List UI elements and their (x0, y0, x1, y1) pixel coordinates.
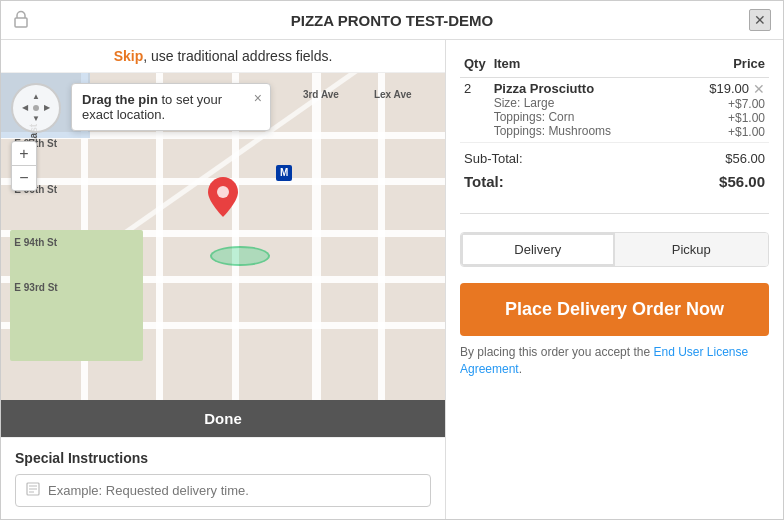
eula-text-before: By placing this order you accept the (460, 345, 653, 359)
main-content: Skip, use traditional address fields. (1, 40, 783, 519)
map-pin[interactable] (208, 177, 238, 220)
table-row: 2 Pizza Prosciutto Size: Large Toppings:… (460, 78, 769, 143)
delivery-toggle: Delivery Pickup (460, 232, 769, 267)
place-order-button[interactable]: Place Delivery Order Now (460, 283, 769, 336)
order-separator (460, 213, 769, 214)
svg-point-1 (217, 186, 229, 198)
total-label: Total: (460, 169, 675, 193)
svg-rect-0 (15, 18, 27, 27)
window-title: PIZZA PRONTO TEST-DEMO (43, 12, 741, 29)
item-detail-toppings2: Toppings: Mushrooms (494, 124, 671, 138)
item-topping1-price: +$1.00 (679, 111, 765, 125)
item-detail-size: Size: Large (494, 96, 671, 110)
done-button[interactable]: Done (1, 400, 445, 437)
title-bar: PIZZA PRONTO TEST-DEMO ✕ (1, 1, 783, 40)
special-input-wrap[interactable] (15, 474, 431, 507)
eula-section: By placing this order you accept the End… (460, 344, 769, 378)
skip-link[interactable]: Skip (114, 48, 144, 64)
zoom-in-button[interactable]: + (12, 142, 36, 166)
total-row: Total: $56.00 (460, 169, 769, 193)
item-detail-toppings1: Toppings: Corn (494, 110, 671, 124)
skip-text: , use traditional address fields. (143, 48, 332, 64)
tooltip-bold-text: Drag the pin (82, 92, 158, 107)
title-bar-left (13, 10, 43, 31)
special-instructions-section: Special Instructions (1, 437, 445, 519)
map-container[interactable]: E 97th St E 96th St E 94th St E 93rd St … (1, 73, 445, 400)
map-nav-control[interactable]: ▲ ◀▶ ▼ (11, 83, 61, 133)
map-tooltip: Drag the pin to set your exact location.… (71, 83, 271, 131)
eula-text-after: . (519, 362, 522, 376)
item-topping2-price: +$1.00 (679, 125, 765, 139)
lock-icon (13, 10, 29, 31)
remove-item-button[interactable]: ✕ (749, 81, 765, 97)
special-instructions-heading: Special Instructions (15, 450, 431, 466)
item-size-price: +$7.00 (679, 97, 765, 111)
item-price-col: $19.00 ✕ +$7.00 +$1.00 +$1.00 (675, 78, 769, 143)
tooltip-close-button[interactable]: × (254, 90, 262, 106)
app-window: PIZZA PRONTO TEST-DEMO ✕ Skip, use tradi… (0, 0, 784, 520)
subtotal-label: Sub-Total: (460, 143, 675, 170)
item-info: Pizza Prosciutto Size: Large Toppings: C… (490, 78, 675, 143)
delivery-toggle-button[interactable]: Delivery (461, 233, 615, 266)
item-qty: 2 (460, 78, 490, 143)
skip-bar: Skip, use traditional address fields. (1, 40, 445, 73)
subtotal-row: Sub-Total: $56.00 (460, 143, 769, 170)
total-value: $56.00 (675, 169, 769, 193)
col-price-header: Price (675, 52, 769, 78)
item-base-price: $19.00 (709, 81, 749, 96)
right-panel: Qty Item Price 2 Pizza Prosciutto Size: … (446, 40, 783, 519)
close-button[interactable]: ✕ (749, 9, 771, 31)
col-item-header: Item (490, 52, 675, 78)
pickup-toggle-button[interactable]: Pickup (615, 233, 769, 266)
title-bar-right: ✕ (741, 9, 771, 31)
zoom-controls: + − (11, 141, 37, 191)
subtotal-value: $56.00 (675, 143, 769, 170)
item-name: Pizza Prosciutto (494, 81, 671, 96)
zoom-out-button[interactable]: − (12, 166, 36, 190)
special-instructions-input[interactable] (48, 483, 420, 498)
col-qty-header: Qty (460, 52, 490, 78)
left-panel: Skip, use traditional address fields. (1, 40, 446, 519)
order-table: Qty Item Price 2 Pizza Prosciutto Size: … (460, 52, 769, 193)
text-input-icon (26, 482, 40, 499)
